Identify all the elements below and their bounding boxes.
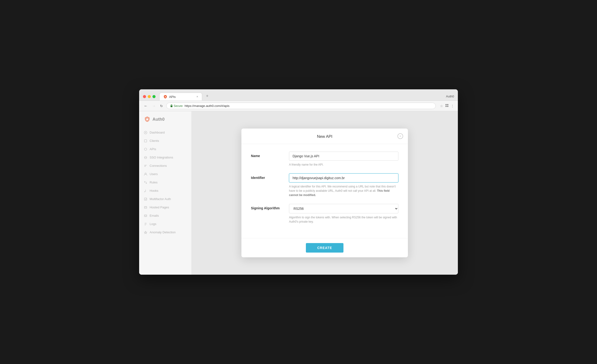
hosted-pages-icon	[144, 206, 147, 209]
sidebar: Auth0 Dashboard Clients APIs	[139, 111, 191, 275]
svg-point-12	[146, 183, 147, 183]
sso-icon	[144, 156, 147, 159]
back-button[interactable]: ←	[143, 103, 149, 109]
identifier-form-group: Identifier A logical identifier for this…	[251, 174, 398, 197]
sidebar-label-sso: SSO Integrations	[149, 156, 173, 159]
hooks-icon	[144, 189, 147, 192]
identifier-hint: A logical identifier for this API. We re…	[289, 184, 398, 197]
traffic-lights	[143, 95, 156, 100]
name-form-group: Name A friendly name for the API.	[251, 152, 398, 167]
svg-rect-13	[144, 198, 147, 200]
url-bar[interactable]: Secure https://manage.auth0.com/#/apis	[166, 103, 436, 109]
emails-icon	[144, 214, 147, 217]
maximize-window-button[interactable]	[152, 95, 156, 98]
svg-rect-1	[446, 104, 447, 105]
forward-button[interactable]: →	[151, 103, 157, 109]
tab-favicon-icon	[163, 95, 167, 99]
svg-rect-4	[447, 106, 448, 107]
sidebar-item-rules[interactable]: Rules	[139, 178, 191, 187]
name-hint: A friendly name for the API.	[289, 162, 398, 167]
svg-rect-2	[447, 104, 448, 105]
title-bar: APIs × + Auth0	[139, 89, 458, 101]
modal-title: New API	[317, 134, 332, 139]
sidebar-label-dashboard: Dashboard	[149, 131, 165, 134]
signing-algorithm-form-group: Signing Algorithm RS256HS256 Algorithm t…	[251, 204, 398, 224]
sidebar-item-apis[interactable]: APIs	[139, 145, 191, 153]
reload-button[interactable]: ↻	[159, 104, 164, 108]
name-input[interactable]	[289, 152, 398, 161]
sidebar-label-logs: Logs	[149, 222, 156, 226]
signing-algorithm-hint: Algorithm to sign the tokens with. When …	[289, 215, 398, 224]
signing-algorithm-field: RS256HS256 Algorithm to sign the tokens …	[289, 204, 398, 224]
url-text: https://manage.auth0.com/#/apis	[185, 104, 432, 108]
connections-icon	[144, 164, 147, 167]
auth0-logo-icon	[144, 116, 150, 123]
sidebar-item-logs[interactable]: Logs	[139, 220, 191, 228]
sidebar-item-multifactor[interactable]: Multifactor Auth	[139, 195, 191, 203]
signing-algorithm-label: Signing Algorithm	[251, 204, 289, 210]
secure-label: Secure	[174, 104, 183, 108]
sidebar-logo-text: Auth0	[152, 117, 165, 122]
main-content: Auth0 Dashboard Clients APIs	[139, 111, 458, 275]
sidebar-label-rules: Rules	[149, 181, 157, 184]
modal-overlay: New API × Name A friendly name for the A…	[191, 111, 458, 275]
svg-rect-0	[171, 106, 173, 107]
window-title: Auth0	[446, 95, 454, 100]
modal-close-button[interactable]: ×	[397, 133, 403, 139]
create-button[interactable]: CREATE	[306, 243, 344, 253]
sidebar-item-connections[interactable]: Connections	[139, 162, 191, 170]
sidebar-label-apis: APIs	[149, 147, 156, 151]
identifier-input[interactable]	[289, 174, 398, 182]
sidebar-item-hosted-pages[interactable]: Hosted Pages	[139, 203, 191, 212]
sidebar-item-dashboard[interactable]: Dashboard	[139, 128, 191, 136]
modal-body: Name A friendly name for the API. Identi…	[241, 144, 408, 238]
sidebar-logo: Auth0	[139, 116, 191, 128]
modal-footer: CREATE	[241, 238, 408, 257]
secure-badge: Secure	[170, 104, 183, 108]
sidebar-label-anomaly: Anomaly Detection	[149, 230, 175, 234]
logs-icon	[144, 222, 147, 226]
star-icon[interactable]: ☆	[440, 104, 443, 108]
lock-icon	[170, 104, 173, 107]
new-tab-button[interactable]: +	[203, 92, 212, 100]
tabs: APIs × +	[159, 92, 212, 100]
extensions-icon[interactable]	[445, 104, 449, 108]
signing-algorithm-select[interactable]: RS256HS256	[289, 204, 398, 213]
close-window-button[interactable]	[143, 95, 146, 98]
dashboard-icon	[144, 131, 147, 134]
sidebar-item-sso[interactable]: SSO Integrations	[139, 153, 191, 162]
sidebar-item-clients[interactable]: Clients	[139, 136, 191, 145]
multifactor-icon	[144, 197, 147, 201]
identifier-field: A logical identifier for this API. We re…	[289, 174, 398, 197]
sidebar-label-users: Users	[149, 172, 158, 176]
sidebar-label-hooks: Hooks	[149, 189, 158, 192]
sidebar-item-anomaly[interactable]: Anomaly Detection	[139, 228, 191, 236]
svg-rect-14	[144, 206, 147, 208]
name-field: A friendly name for the API.	[289, 152, 398, 167]
browser-window: APIs × + Auth0 ← → ↻ Secure https://mana…	[139, 89, 458, 275]
name-label: Name	[251, 152, 289, 158]
tab-apis[interactable]: APIs ×	[159, 93, 202, 100]
svg-rect-3	[446, 106, 447, 107]
minimize-window-button[interactable]	[148, 95, 151, 98]
identifier-label: Identifier	[251, 174, 289, 180]
address-actions: ☆ ⋮	[440, 104, 454, 108]
svg-point-11	[145, 181, 145, 182]
modal-header: New API ×	[241, 129, 408, 144]
apis-icon	[144, 148, 147, 151]
address-bar: ← → ↻ Secure https://manage.auth0.com/#/…	[139, 101, 458, 111]
sidebar-label-clients: Clients	[149, 139, 159, 143]
svg-point-6	[145, 132, 146, 133]
users-icon	[144, 173, 147, 176]
sidebar-label-multifactor: Multifactor Auth	[149, 197, 171, 201]
sidebar-item-hooks[interactable]: Hooks	[139, 187, 191, 195]
menu-icon[interactable]: ⋮	[451, 104, 454, 108]
tab-title: APIs	[169, 95, 175, 99]
rules-icon	[144, 181, 147, 184]
sidebar-label-connections: Connections	[149, 164, 167, 167]
tab-close-button[interactable]: ×	[196, 95, 198, 98]
new-api-modal: New API × Name A friendly name for the A…	[241, 129, 408, 257]
sidebar-item-users[interactable]: Users	[139, 170, 191, 178]
clients-icon	[144, 139, 147, 143]
sidebar-item-emails[interactable]: Emails	[139, 212, 191, 220]
